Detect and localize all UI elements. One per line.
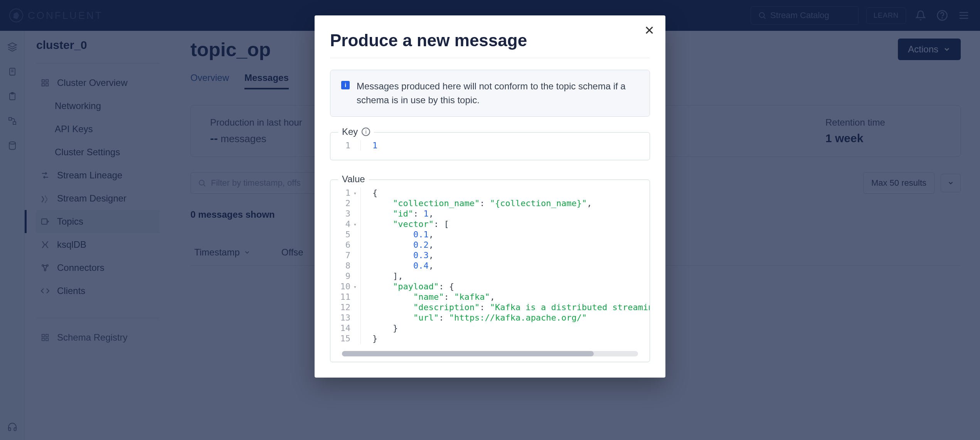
close-icon[interactable]: ✕ bbox=[644, 23, 655, 38]
value-label: Value bbox=[338, 174, 369, 185]
key-label: Key i bbox=[338, 126, 374, 137]
gutter: 123456789101112131415 bbox=[330, 188, 354, 344]
code-area[interactable]: 1 bbox=[360, 140, 650, 151]
schema-warning-box: i Messages produced here will not confor… bbox=[330, 70, 650, 117]
modal-title: Produce a new message bbox=[330, 31, 650, 58]
info-icon[interactable]: i bbox=[362, 128, 370, 136]
horizontal-scrollbar[interactable] bbox=[342, 351, 638, 356]
fold-gutter: ▾▾▾ bbox=[354, 188, 360, 344]
code-area[interactable]: { "collection_name": "{collection_name}"… bbox=[360, 188, 650, 344]
gutter: 1 bbox=[330, 140, 354, 151]
scrollbar-thumb[interactable] bbox=[342, 351, 594, 356]
fold-gutter bbox=[354, 140, 360, 151]
value-field-group: Value 123456789101112131415 ▾▾▾ { "colle… bbox=[330, 180, 650, 362]
produce-message-modal: ✕ Produce a new message i Messages produ… bbox=[315, 15, 665, 378]
info-icon: i bbox=[341, 81, 350, 89]
key-field-group: Key i 1 1 bbox=[330, 132, 650, 160]
modal-scroll-area[interactable]: ✕ Produce a new message i Messages produ… bbox=[315, 15, 665, 378]
value-editor[interactable]: 123456789101112131415 ▾▾▾ { "collection_… bbox=[330, 180, 650, 347]
info-text: Messages produced here will not conform … bbox=[357, 79, 639, 107]
key-editor[interactable]: 1 1 bbox=[330, 133, 650, 160]
